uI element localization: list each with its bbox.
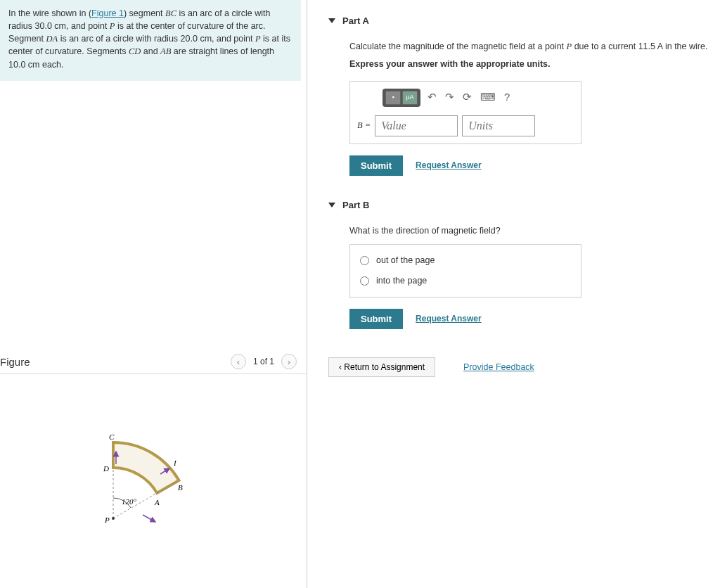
- part-a-submit-button[interactable]: Submit: [349, 155, 403, 176]
- radio-out[interactable]: [360, 256, 369, 265]
- label-d: D: [103, 464, 109, 473]
- part-b: Part B What is the direction of magnetic…: [328, 193, 712, 338]
- angle-label: 120°: [122, 497, 137, 506]
- var-da: DA: [46, 34, 58, 44]
- figure-panel: Figure ‹ 1 of 1 ›: [0, 350, 307, 571]
- help-icon[interactable]: ?: [503, 89, 511, 106]
- reset-icon[interactable]: ⟳: [461, 89, 473, 106]
- var-cd: CD: [129, 46, 141, 56]
- caret-down-icon: [328, 18, 335, 23]
- unit: cm: [200, 34, 212, 44]
- provide-feedback-link[interactable]: Provide Feedback: [463, 362, 534, 372]
- part-b-header[interactable]: Part B: [328, 193, 712, 217]
- part-a-title: Part A: [342, 15, 369, 26]
- text: each.: [39, 60, 63, 70]
- radio-options: out of the page into the page: [349, 244, 581, 298]
- part-a-request-answer-link[interactable]: Request Answer: [416, 159, 482, 172]
- figure-title: Figure: [0, 356, 30, 368]
- figure-pager: ‹ 1 of 1 ›: [231, 354, 297, 369]
- var-p: P: [255, 34, 261, 44]
- var-p: P: [110, 21, 115, 31]
- answer-widget: ▪ μA ↶ ↷ ⟳ ⌨ ? B =: [349, 81, 581, 144]
- label-c: C: [109, 433, 115, 441]
- text: In the wire shown in (: [8, 8, 91, 18]
- return-to-assignment-button[interactable]: ‹ Return to Assignment: [328, 357, 435, 377]
- undo-icon[interactable]: ↶: [426, 89, 438, 106]
- label-i: I: [173, 459, 177, 467]
- keyboard-icon[interactable]: ⌨: [479, 89, 497, 106]
- figure-prev-button[interactable]: ‹: [231, 354, 246, 369]
- svg-point-5: [112, 517, 115, 520]
- text: , and point: [212, 34, 255, 44]
- figure-next-button[interactable]: ›: [281, 354, 297, 369]
- var-ab: AB: [160, 46, 171, 56]
- part-b-prompt: What is the direction of magnetic field?: [349, 224, 712, 238]
- var-bc: BC: [165, 8, 176, 18]
- figure-image: 120° C D B A P I: [0, 374, 307, 571]
- equation-label: B =: [357, 119, 371, 132]
- pager-label: 1 of 1: [253, 357, 274, 366]
- label-a: A: [154, 498, 160, 506]
- part-a: Part A Calculate the magnitude of the ma…: [328, 8, 712, 184]
- part-b-request-answer-link[interactable]: Request Answer: [416, 312, 482, 325]
- radio-into[interactable]: [360, 276, 369, 286]
- part-a-prompt: Calculate the magnitude of the magnetic …: [349, 40, 712, 53]
- text: is an arc of a circle with radius 20.0: [58, 34, 200, 44]
- part-b-submit-button[interactable]: Submit: [349, 309, 403, 329]
- template-button[interactable]: ▪: [385, 91, 401, 105]
- option-into-page[interactable]: into the page: [360, 271, 571, 291]
- option-label: into the page: [376, 274, 427, 288]
- mu-a-button[interactable]: μA: [402, 91, 418, 105]
- figure-link[interactable]: Figure 1: [91, 8, 124, 18]
- part-b-title: Part B: [342, 200, 369, 210]
- problem-statement: In the wire shown in (Figure 1) segment …: [0, 0, 301, 81]
- label-b: B: [178, 483, 183, 492]
- redo-icon[interactable]: ↷: [444, 89, 456, 106]
- unit: cm: [28, 60, 40, 70]
- unit: cm: [54, 21, 66, 31]
- units-input[interactable]: [462, 115, 535, 136]
- text: , and point: [66, 21, 110, 31]
- text: ) segment: [124, 8, 165, 18]
- part-a-instruction: Express your answer with the appropriate…: [349, 58, 712, 71]
- text: and: [141, 46, 160, 56]
- option-out-of-page[interactable]: out of the page: [360, 250, 571, 271]
- label-p: P: [104, 516, 110, 524]
- caret-down-icon: [328, 203, 335, 207]
- value-input[interactable]: [375, 115, 458, 136]
- part-a-header[interactable]: Part A: [328, 8, 712, 33]
- svg-line-2: [143, 515, 155, 522]
- option-label: out of the page: [376, 254, 435, 267]
- answer-toolbar: ▪ μA ↶ ↷ ⟳ ⌨ ?: [357, 89, 574, 107]
